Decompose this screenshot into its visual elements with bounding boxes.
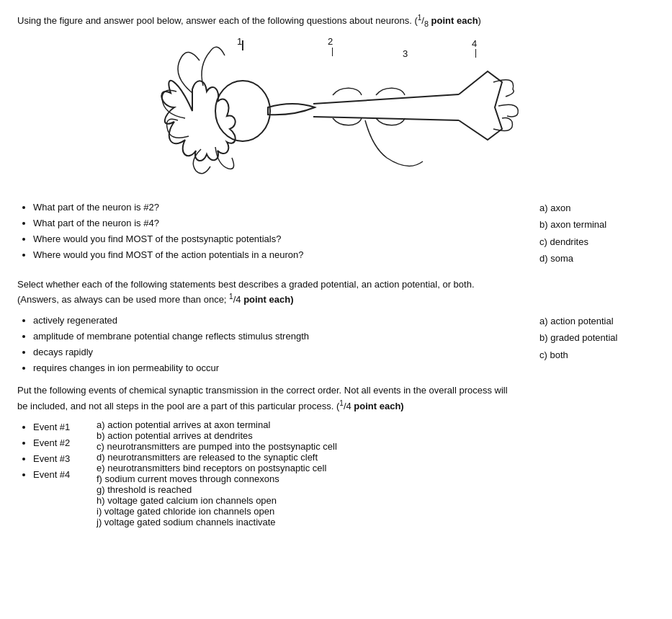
svg-point-0 xyxy=(215,81,270,141)
graded-answer-a: a) action potential xyxy=(539,313,655,329)
pool-j: j) voltage gated sodium channels inactiv… xyxy=(97,517,655,527)
graded-instruction: Select whether each of the following sta… xyxy=(17,277,655,307)
statement-4: requires changes in ion permeability to … xyxy=(33,360,525,376)
answer-d: d) soma xyxy=(539,250,655,267)
synaptic-instruction: Put the following events of chemical syn… xyxy=(17,383,655,413)
svg-text:3: 3 xyxy=(403,48,408,59)
neuron-figure: | 1 2 | 3 4 | xyxy=(149,35,524,187)
synaptic-content: Event #1 Event #2 Event #3 Event #4 a) a… xyxy=(17,419,655,527)
pool-a: a) action potential arrives at axon term… xyxy=(97,419,655,430)
graded-section: Select whether each of the following sta… xyxy=(17,277,655,377)
statement-2: amplitude of membrane potential change r… xyxy=(33,329,525,344)
header-text: Using the figure and answer pool below, … xyxy=(17,13,655,30)
statement-3: decays rapidly xyxy=(33,344,525,360)
graded-instruction-text: Select whether each of the following sta… xyxy=(17,279,475,290)
answer-c: c) dendrites xyxy=(539,233,655,250)
statement-list: actively regenerated amplitude of membra… xyxy=(17,313,525,376)
graded-instruction3: point each) xyxy=(241,294,294,305)
graded-answer-b: b) graded potential xyxy=(539,329,655,346)
question-3: Where would you find MOST of the postsyn… xyxy=(33,231,525,247)
pool-g: g) threshold is reached xyxy=(97,484,655,495)
event-1: Event #1 xyxy=(33,419,97,435)
pool-d: d) neurotransmitters are released to the… xyxy=(97,452,655,463)
pool-i: i) voltage gated chloride ion channels o… xyxy=(97,506,655,517)
questions-answers: a) axon b) axon terminal c) dendrites d)… xyxy=(525,200,655,267)
svg-text:1: 1 xyxy=(237,36,242,47)
question-4: Where would you find MOST of the action … xyxy=(33,247,525,263)
question-1: What part of the neuron is #2? xyxy=(33,200,525,215)
svg-text:|: | xyxy=(475,48,477,58)
neuron-questions-section: What part of the neuron is #2? What part… xyxy=(17,200,655,267)
question-list: What part of the neuron is #2? What part… xyxy=(17,200,525,263)
graded-content: actively regenerated amplitude of membra… xyxy=(17,313,655,376)
event-bullets: Event #1 Event #2 Event #3 Event #4 xyxy=(17,419,97,483)
synaptic-instruction-text: Put the following events of chemical syn… xyxy=(17,385,508,396)
pool-c: c) neurotransmitters are pumped into the… xyxy=(97,441,655,452)
questions-left: What part of the neuron is #2? What part… xyxy=(17,200,525,263)
synaptic-fraction-denom: 4 xyxy=(346,401,351,411)
pool-e: e) neurotransmitters bind receptors on p… xyxy=(97,463,655,473)
question-2: What part of the neuron is #4? xyxy=(33,215,525,231)
pool-b: b) action potential arrives at dendrites xyxy=(97,430,655,441)
events-list: Event #1 Event #2 Event #3 Event #4 xyxy=(17,419,97,527)
event-3: Event #3 xyxy=(33,451,97,467)
event-2: Event #2 xyxy=(33,435,97,451)
synaptic-section: Put the following events of chemical syn… xyxy=(17,383,655,527)
answer-a: a) axon xyxy=(539,200,655,216)
graded-answers: a) action potential b) graded potential … xyxy=(525,313,655,363)
pool-h: h) voltage gated calcium ion channels op… xyxy=(97,495,655,506)
graded-statements: actively regenerated amplitude of membra… xyxy=(17,313,525,376)
synaptic-instruction3: point each) xyxy=(351,401,404,411)
svg-text:|: | xyxy=(331,46,333,56)
synaptic-instruction2: be included, and not all steps in the po… xyxy=(17,401,339,411)
pool-f: f) sodium current moves through connexon… xyxy=(97,473,655,484)
event-4: Event #4 xyxy=(33,467,97,483)
graded-fraction-denom: 4 xyxy=(236,294,241,305)
svg-text:2: 2 xyxy=(328,36,333,47)
graded-fraction: 1 xyxy=(229,293,233,300)
graded-answer-c: c) both xyxy=(539,347,655,363)
pool-list: a) action potential arrives at axon term… xyxy=(97,419,655,527)
graded-instruction2: (Answers, as always can be used more tha… xyxy=(17,294,229,305)
synaptic-fraction: 1 xyxy=(339,399,344,407)
answer-b: b) axon terminal xyxy=(539,216,655,233)
statement-1: actively regenerated xyxy=(33,313,525,329)
